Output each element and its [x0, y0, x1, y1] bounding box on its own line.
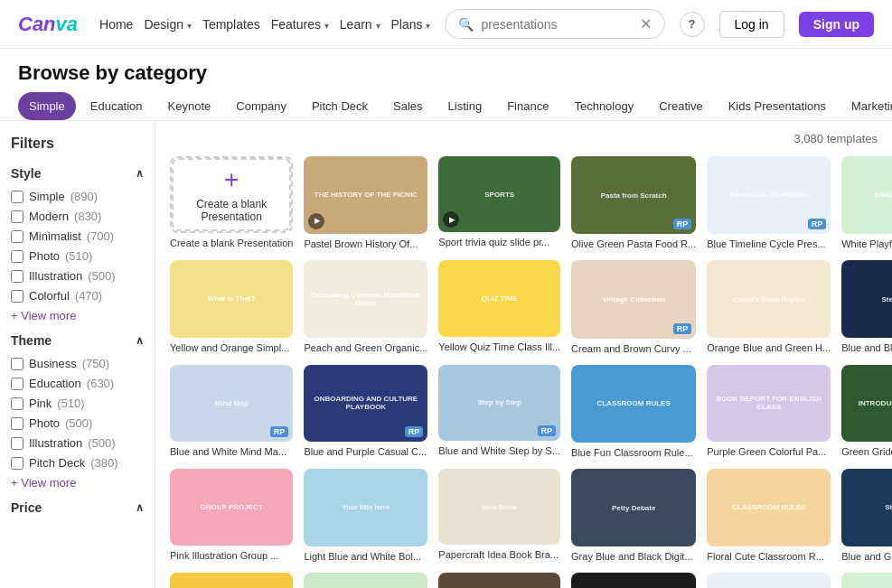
nav-templates[interactable]: Templates — [202, 17, 260, 32]
template-thumbnail: Mind MapRP — [170, 365, 293, 442]
plus-icon: + — [224, 167, 239, 192]
nav-features[interactable]: Features ▾ — [271, 17, 329, 32]
cat-tab-sales[interactable]: Sales — [382, 92, 434, 120]
theme-pink[interactable]: Pink (510) — [11, 397, 144, 410]
theme-section-header[interactable]: Theme ∧ — [11, 333, 144, 348]
filter-illustration[interactable]: Illustration (500) — [11, 269, 144, 283]
template-name: Purple Green Colorful Pa... — [707, 446, 831, 457]
filter-modern-checkbox[interactable] — [11, 210, 23, 223]
rp-badge: RP — [673, 323, 692, 334]
template-card[interactable]: FINANCIAL PLANNINGRPBlue Timeline Cycle … — [707, 156, 831, 249]
template-name: Blue Timeline Cycle Pres... — [707, 238, 831, 249]
template-card[interactable]: Vintage CollectionRPCream and Brown Curv… — [571, 260, 696, 353]
template-name: Yellow Quiz Time Class Ill... — [438, 341, 560, 352]
login-button[interactable]: Log in — [719, 11, 784, 38]
search-bar[interactable]: 🔍 presentations ✕ — [445, 9, 664, 39]
template-text: Idea Book — [438, 469, 560, 545]
template-card[interactable]: Until we can meet againColorful Abstract… — [841, 573, 892, 588]
template-card[interactable]: A Better Future♛Black White Inspiring Ph… — [571, 573, 696, 588]
filter-simple-checkbox[interactable] — [11, 191, 23, 203]
theme-business[interactable]: Business (750) — [11, 357, 144, 370]
template-card[interactable]: Cloud's Book ReportOrange Blue and Green… — [707, 260, 831, 353]
template-text: THE HISTORY OF THE PICNIC — [304, 156, 427, 234]
theme-illustration-checkbox[interactable] — [11, 437, 23, 450]
template-card[interactable]: ENGLISH CLASS♛White Playful English Cla.… — [841, 156, 892, 249]
template-text: Start It Up!♛ — [841, 469, 892, 546]
play-icon[interactable] — [308, 213, 324, 229]
template-card[interactable]: Classroom RulesRPGreen Blue and Pink Han… — [304, 573, 427, 588]
template-card[interactable]: Idea BookPapercraft Idea Book Bra... — [438, 469, 560, 562]
nav-plans[interactable]: Plans ▾ — [391, 17, 431, 32]
template-card[interactable]: Your title hereLight Blue and White Bol.… — [304, 469, 427, 562]
clear-search-icon[interactable]: ✕ — [640, 15, 652, 33]
template-card[interactable]: Start It Up!♛Blue and Green Business ... — [841, 469, 892, 562]
template-card[interactable]: SPORTSSport trivia quiz slide pr... — [438, 156, 560, 249]
blank-card[interactable]: +Create a blankPresentation — [172, 158, 291, 231]
cat-tab-technology[interactable]: Technology — [563, 92, 644, 120]
filter-minimalist-checkbox[interactable] — [11, 230, 23, 243]
theme-photo[interactable]: Photo (500) — [11, 416, 144, 430]
cat-tab-simple[interactable]: Simple — [18, 92, 76, 120]
theme-illustration[interactable]: Illustration (500) — [11, 436, 144, 450]
theme-pink-checkbox[interactable] — [11, 397, 23, 410]
theme-photo-checkbox[interactable] — [11, 417, 23, 430]
template-card[interactable]: GROUP PROJECTPink Illustration Group ... — [170, 469, 293, 562]
filter-colorful[interactable]: Colorful (470) — [11, 289, 144, 303]
template-card[interactable]: BOOK REPORT FOR ENGLISH CLASSPurple Gree… — [707, 365, 831, 458]
template-name: Blue and White Mind Ma... — [170, 446, 293, 457]
signup-button[interactable]: Sign up — [799, 12, 874, 37]
template-card[interactable]: ONBOARDING AND CULTURE PLAYBOOKRPBlue an… — [304, 365, 427, 458]
theme-pitchdeck[interactable]: Pitch Deck (380) — [11, 456, 144, 470]
template-card[interactable]: THE HISTORY OF THE PICNICPastel Brown Hi… — [304, 156, 427, 249]
template-thumbnail: GROUP PROJECT — [170, 469, 293, 546]
filter-colorful-checkbox[interactable] — [11, 290, 23, 303]
template-card[interactable]: CLASSROOM RULESFloral Cute Classroom R..… — [707, 469, 831, 562]
cat-tab-creative[interactable]: Creative — [648, 92, 713, 120]
theme-business-checkbox[interactable] — [11, 358, 23, 370]
cat-tab-finance[interactable]: Finance — [496, 92, 559, 120]
price-section-header[interactable]: Price ∧ — [11, 500, 144, 515]
cat-tab-company[interactable]: Company — [225, 92, 297, 120]
cat-tab-kids[interactable]: Kids Presentations — [718, 92, 837, 120]
template-card[interactable]: Step by StepRPBlue and Black Step by St.… — [841, 260, 892, 353]
template-count: 3,080 templates — [793, 132, 878, 145]
template-card[interactable]: Petty DebateGray Blue and Black Digit... — [571, 469, 696, 562]
template-text: Pasta from ScratchRP — [571, 156, 696, 234]
cat-tab-education[interactable]: Education — [80, 92, 154, 120]
theme-education[interactable]: Education (630) — [11, 377, 144, 390]
filter-photo-checkbox[interactable] — [11, 250, 23, 263]
theme-pitchdeck-checkbox[interactable] — [11, 457, 23, 470]
template-card[interactable]: Debunking Common Meditation MythsPeach a… — [304, 260, 427, 353]
search-input[interactable]: presentations — [481, 17, 632, 32]
cat-tab-keynote[interactable]: Keynote — [157, 92, 222, 120]
template-card[interactable]: Step by StepRPBlue and White Step by S..… — [438, 365, 560, 458]
theme-view-more[interactable]: + View more — [11, 476, 144, 490]
template-card[interactable]: ANALYZING HISTORICAL CONTEXTRPBrown Clas… — [438, 573, 560, 588]
play-icon[interactable] — [443, 211, 459, 228]
template-card[interactable]: Mind MapRPBlue and White Mind Ma... — [170, 365, 293, 458]
template-card[interactable]: HUMAN BINGOYellow and Green School ... — [170, 573, 293, 588]
style-view-more[interactable]: + View more — [11, 309, 144, 322]
template-card[interactable]: CLASSROOM RULESBlue Fun Classroom Rule..… — [571, 365, 696, 458]
cat-tab-listing[interactable]: Listing — [437, 92, 493, 120]
filter-minimalist[interactable]: Minimalist (700) — [11, 229, 144, 243]
theme-education-checkbox[interactable] — [11, 378, 23, 390]
logo[interactable]: Canva — [18, 13, 78, 36]
filter-simple[interactable]: Simple (890) — [11, 190, 144, 203]
filter-photo[interactable]: Photo (510) — [11, 249, 144, 263]
template-card[interactable]: QUIZ TIMEYellow Quiz Time Class Ill... — [438, 260, 560, 353]
nav-design[interactable]: Design ▾ — [144, 17, 191, 32]
cat-tab-marketing[interactable]: Marketing — [840, 92, 892, 120]
style-section-header[interactable]: Style ∧ — [11, 166, 144, 181]
filter-illustration-checkbox[interactable] — [11, 270, 23, 283]
template-card[interactable]: Pasta from ScratchRPOlive Green Pasta Fo… — [571, 156, 696, 249]
filter-modern[interactable]: Modern (830) — [11, 210, 144, 223]
template-card[interactable]: What is That?Yellow and Orange Simpl... — [170, 260, 293, 353]
template-card[interactable]: SWOT AnalysisRPBlue and White SWOT An... — [707, 573, 831, 588]
cat-tab-pitchdeck[interactable]: Pitch Deck — [301, 92, 379, 120]
help-button[interactable]: ? — [680, 12, 705, 37]
nav-learn[interactable]: Learn ▾ — [340, 17, 380, 32]
template-card[interactable]: INTRODUCTION TO MAPSRPGreen Gridded Geog… — [841, 365, 892, 458]
nav-home[interactable]: Home — [99, 17, 133, 32]
template-card[interactable]: +Create a blankPresentationCreate a blan… — [170, 156, 293, 249]
